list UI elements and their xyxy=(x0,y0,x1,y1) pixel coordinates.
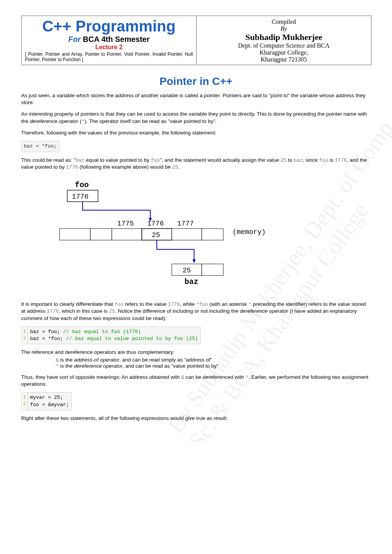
code1-text: baz = *foo; xyxy=(24,143,57,149)
c2l2b: // baz equal to value pointed to by foo … xyxy=(66,336,198,342)
mem-1777: 1777 xyxy=(177,220,194,227)
code-box-2: 1 2 baz = foo; // baz equal to foo (1776… xyxy=(21,327,371,344)
c2l2a: baz = *foo; xyxy=(30,336,66,342)
g1: 1 xyxy=(23,328,26,335)
compiled-label: Compiled xyxy=(200,18,368,25)
p5b: foo xyxy=(115,302,123,307)
foo-val: 1776 xyxy=(72,193,88,201)
p4o: (following the example above) would be xyxy=(78,164,172,170)
p4j: foo xyxy=(319,158,328,163)
p4e: ", and the statement would actually assi… xyxy=(160,157,281,163)
bullet-2: * is the dereference operator, and can b… xyxy=(56,363,371,369)
p5k: , which in this case is xyxy=(59,308,109,314)
p5h: * xyxy=(248,302,251,307)
p5f: *foo xyxy=(196,302,208,307)
p5c: refers to the value xyxy=(123,301,168,307)
c3g2: 2 xyxy=(23,401,26,407)
p4b: baz xyxy=(75,158,84,163)
p2b-italic: dereference operator xyxy=(30,118,78,124)
g2: 2 xyxy=(23,335,26,342)
p4c: equal to value pointed to by xyxy=(85,157,151,163)
b1c: address-of operator xyxy=(74,357,120,363)
svg-marker-8 xyxy=(193,259,196,263)
header-left-cell: C++ Programming For BCA 4th Semester Lec… xyxy=(22,16,196,65)
para-8: Right after these two statements, all of… xyxy=(21,415,371,422)
c3g1: 1 xyxy=(23,394,26,401)
b2b: is the xyxy=(59,363,74,369)
p4p: 25 xyxy=(172,164,178,170)
code2-body: baz = foo; // baz equal to foo (1776) ba… xyxy=(28,327,201,344)
para-4: This could be read as: "baz equal to val… xyxy=(21,157,371,171)
svg-rect-7 xyxy=(202,229,223,240)
mem-1775: 1775 xyxy=(117,220,134,227)
p4g: to xyxy=(286,157,294,163)
svg-rect-10 xyxy=(202,264,223,275)
p5g: (with an asterisk xyxy=(208,301,248,307)
p2e: ). The operator itself can be read as "v… xyxy=(85,118,217,124)
dept-line1: Dept. of Computer Science and BCA xyxy=(200,42,368,49)
p4k: is xyxy=(328,157,335,163)
lecture-label: Lecture 2 xyxy=(25,44,193,51)
p4q: . xyxy=(178,164,180,170)
code2-gutter: 1 2 xyxy=(21,327,28,344)
b1d: , and can be read simply as "address of" xyxy=(119,357,212,363)
pointer-diagram: foo 1776 1775 1776 1777 (memory) 25 25 b… xyxy=(52,180,321,288)
code-box-1: baz = *foo; xyxy=(21,141,60,152)
p5e: , while xyxy=(180,301,196,307)
dept-line3: Kharagpur 721305 xyxy=(200,56,368,63)
svg-rect-2 xyxy=(60,229,90,240)
p7c: can be dereferenced with xyxy=(184,374,245,380)
p4d: foo xyxy=(151,158,159,163)
mem-1776: 1776 xyxy=(147,220,164,227)
p1b-italic: pointer xyxy=(204,93,220,98)
mem-label: (memory) xyxy=(233,228,266,236)
svg-rect-3 xyxy=(90,229,112,240)
p5a: It is important to clearly differentiate… xyxy=(21,301,115,307)
c2l1b: // baz equal to foo (1776) xyxy=(63,329,141,335)
p5m: . Notice the difference of including or … xyxy=(115,308,240,314)
title-sub: For BCA 4th Semester xyxy=(25,35,193,44)
p5j: 1776 xyxy=(47,309,59,314)
header-right-cell: Compiled By Subhadip Mukherjee Dept. of … xyxy=(196,16,371,65)
b1a: & xyxy=(56,357,59,363)
p5n-italic: dereference operator xyxy=(240,308,288,314)
svg-rect-4 xyxy=(112,229,142,240)
header-table: C++ Programming For BCA 4th Semester Lec… xyxy=(21,15,372,65)
para-7: Thus, they have sort of opposite meaning… xyxy=(21,374,371,388)
p2c: ( xyxy=(78,118,81,124)
p1a: As just seen, a variable which stores th… xyxy=(21,93,204,98)
title-main: C++ Programming xyxy=(25,18,193,35)
para-1: As just seen, a variable which stores th… xyxy=(21,92,371,106)
foo-label: foo xyxy=(75,181,89,189)
p2d-code: * xyxy=(81,119,85,124)
c2l1a: baz = foo; xyxy=(30,329,63,335)
p4n: 1776 xyxy=(66,164,78,170)
bullet-1: & is the address-of operator, and can be… xyxy=(56,357,371,363)
c3l1: myvar = 25; xyxy=(30,394,69,401)
bullet-list: & is the address-of operator, and can be… xyxy=(56,357,371,369)
code-box-3: 1 2 myvar = 25; foo = &myvar; xyxy=(21,392,371,410)
p7a: Thus, they have sort of opposite meaning… xyxy=(21,374,181,380)
para-2: An interesting property of pointers is t… xyxy=(21,111,371,125)
by-label: By xyxy=(200,25,368,32)
para-3: Therefore, following with the values of … xyxy=(21,129,371,136)
baz-label: baz xyxy=(184,277,198,286)
section-title: Pointer in C++ xyxy=(21,75,371,88)
p4l: 1776 xyxy=(335,158,347,163)
sub-text: BCA 4th Semester xyxy=(81,35,149,43)
p4i: , since xyxy=(303,157,319,163)
b2d: , and can be read as "value pointed to b… xyxy=(123,363,219,369)
baz-val: 25 xyxy=(183,267,191,274)
header-desc: [ Pointer, Pointer and Array, Pointer to… xyxy=(25,51,193,62)
p4a: This could be read as: " xyxy=(21,157,75,163)
code3-body: myvar = 25; foo = &myvar; xyxy=(28,392,71,410)
p4h: baz xyxy=(294,158,302,163)
author-name: Subhadip Mukherjee xyxy=(200,32,368,42)
c3l2: foo = &myvar; xyxy=(30,401,69,408)
dept-line2: Kharagpur College, xyxy=(200,49,368,56)
for-word: For xyxy=(68,35,81,43)
para-6: The reference and dereference operators … xyxy=(21,349,371,356)
svg-rect-6 xyxy=(172,229,202,240)
b1b: is the xyxy=(59,357,74,363)
p5l: 25 xyxy=(109,309,115,314)
